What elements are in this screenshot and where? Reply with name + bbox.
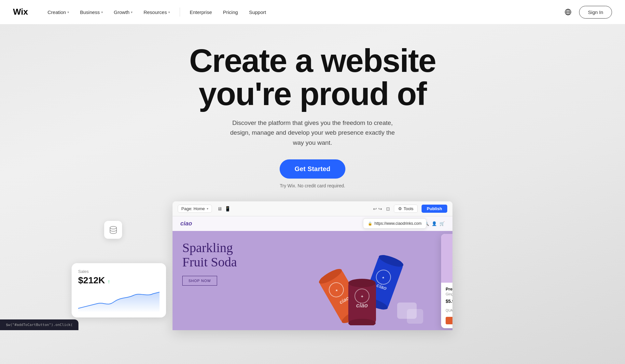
cans-svg: ciao ✦ ciao [277, 231, 452, 325]
mockup-area: Sales $212K ↑ $w("#addToCartButton").onC… [0, 201, 625, 330]
product-card-body: Prebiotic Soda Ginger Lemon Fresh Drink … [441, 283, 452, 328]
chevron-down-icon: ▾ [207, 207, 208, 210]
fullscreen-icon[interactable]: ⊡ [386, 206, 390, 211]
url-bar: 🔒 https://www.ciaodrinks.com [363, 218, 426, 229]
sales-label: Sales [78, 269, 160, 274]
site-heading: Sparkling Fruit Soda [182, 241, 267, 269]
product-description: Ginger Lemon Fresh Drink [446, 292, 452, 296]
nav-item-business[interactable]: Business ▾ [76, 7, 107, 18]
chevron-down-icon: ▾ [67, 10, 69, 14]
nav-item-support[interactable]: Support [244, 7, 271, 18]
nav-divider [180, 7, 180, 17]
svg-point-20 [348, 279, 376, 287]
svg-text:✦: ✦ [360, 294, 364, 299]
nav-item-enterprise[interactable]: Enterprise [185, 7, 216, 18]
svg-rect-25 [407, 309, 423, 324]
desktop-icon[interactable]: 🖥 [217, 206, 222, 212]
svg-text:Wix: Wix [13, 7, 28, 17]
redo-icon[interactable]: ↪ [378, 206, 382, 211]
tools-icon: ⚙ [398, 206, 402, 211]
browser-toolbar: Page: Home ▾ 🖥 📱 ↩ ↪ ⊡ ⚙ Tools Publish [173, 201, 452, 216]
toolbar-icons: 🖥 📱 [217, 206, 231, 212]
site-shop-now-button[interactable]: SHOP NOW [182, 276, 217, 286]
chevron-down-icon: ▾ [131, 10, 132, 14]
site-cans-area: ciao ✦ ciao [277, 231, 452, 325]
sales-value: $212K ↑ [78, 275, 160, 286]
nav-item-growth[interactable]: Growth ▾ [109, 7, 137, 18]
hero-subtitle: Discover the platform that gives you the… [228, 118, 397, 148]
product-price: $5.99 [446, 299, 452, 304]
site-brand: ciao [180, 220, 192, 227]
tools-button[interactable]: ⚙ Tools [394, 205, 418, 213]
get-started-button[interactable]: Get Started [280, 159, 345, 179]
add-to-cart-button[interactable]: Add to Cart [446, 317, 452, 324]
svg-point-5 [110, 226, 117, 229]
nav-item-creation[interactable]: Creation ▾ [43, 7, 74, 18]
chevron-down-icon: ▾ [101, 10, 103, 14]
browser-frame: Page: Home ▾ 🖥 📱 ↩ ↪ ⊡ ⚙ Tools Publish [173, 201, 452, 330]
product-image: ciao ✦ [441, 234, 452, 283]
mobile-icon[interactable]: 📱 [225, 206, 231, 212]
sales-chart [78, 289, 160, 312]
toolbar-nav: ↩ ↪ [373, 206, 382, 211]
nav-items: Creation ▾ Business ▾ Growth ▾ Resources… [43, 7, 562, 18]
site-hero-layout: Sparkling Fruit Soda SHOP NOW ciao [173, 231, 452, 325]
hero-title: Create a website you're proud of [189, 44, 436, 110]
navbar: Wix Creation ▾ Business ▾ Growth ▾ Resou… [0, 0, 625, 24]
nav-right: Sign In [562, 6, 612, 19]
nav-item-pricing[interactable]: Pricing [218, 7, 243, 18]
product-card: ciao ✦ Prebiotic Soda Ginger Lemon Fresh… [441, 234, 452, 328]
site-nav-icons: 🔍 👤 🛒 [424, 221, 445, 226]
quantity-row: QUANTITY − 1 + [446, 307, 452, 314]
sign-in-button[interactable]: Sign In [579, 6, 612, 19]
site-content: ciao ABOUT SHOP BLOG 🔍 👤 🛒 [173, 216, 452, 330]
site-text-col: Sparkling Fruit Soda SHOP NOW [173, 231, 277, 325]
product-name: Prebiotic Soda [446, 287, 452, 291]
site-cart-icon[interactable]: 🛒 [439, 221, 445, 226]
db-icon-widget [104, 221, 122, 239]
hero-content: Create a website you're proud of Discove… [189, 24, 436, 188]
logo[interactable]: Wix [13, 7, 30, 17]
globe-icon[interactable] [562, 6, 574, 18]
code-snippet: $w("#addToCartButton").onClick( [0, 319, 78, 330]
page-selector[interactable]: Page: Home ▾ [178, 205, 212, 213]
hero-note: Try Wix. No credit card required. [280, 183, 345, 188]
hero-section: Create a website you're proud of Discove… [0, 0, 625, 364]
sales-widget: Sales $212K ↑ [72, 263, 166, 317]
site-account-icon[interactable]: 👤 [432, 221, 437, 226]
publish-button[interactable]: Publish [422, 205, 447, 213]
chevron-down-icon: ▾ [168, 10, 170, 14]
quantity-label: QUANTITY [446, 309, 452, 312]
sales-trend: ↑ [107, 279, 110, 284]
undo-icon[interactable]: ↩ [373, 206, 377, 211]
nav-item-resources[interactable]: Resources ▾ [139, 7, 174, 18]
lock-icon: 🔒 [368, 222, 372, 226]
